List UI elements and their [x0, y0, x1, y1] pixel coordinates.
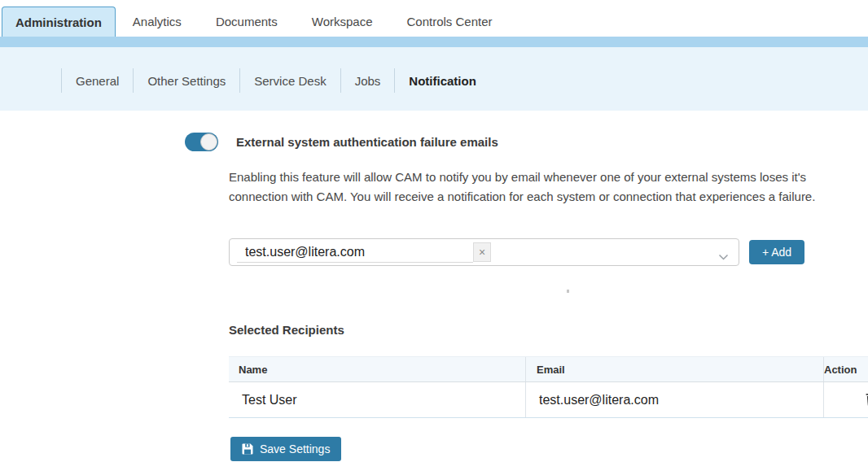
- primary-tabbar: Administration Analytics Documents Works…: [2, 7, 510, 37]
- secondary-navbar: General Other Settings Service Desk Jobs…: [0, 47, 868, 111]
- recipient-name-cell: Test User: [229, 382, 526, 418]
- table-header-row: Name Email Action: [229, 357, 868, 382]
- recipient-email-cell: test.user@litera.com: [526, 382, 824, 418]
- recipients-table: Name Email Action Test User test.user@li…: [229, 356, 868, 418]
- subnav-item-other-settings[interactable]: Other Settings: [134, 74, 239, 88]
- selected-recipients-title: Selected Recipients: [229, 323, 344, 337]
- recipient-chip-text: test.user@litera.com: [237, 242, 473, 263]
- column-header-email: Email: [526, 357, 824, 382]
- feature-description: Enabling this feature will allow CAM to …: [229, 168, 854, 207]
- secondary-nav-items: General Other Settings Service Desk Jobs…: [61, 68, 868, 93]
- subnav-item-service-desk[interactable]: Service Desk: [240, 74, 340, 88]
- column-header-action: Action: [824, 357, 868, 382]
- add-recipient-button[interactable]: + Add: [749, 240, 804, 264]
- table-row: Test User test.user@litera.com: [229, 382, 868, 418]
- save-icon: [242, 443, 253, 455]
- recipient-action-cell: [824, 382, 868, 418]
- recipient-select[interactable]: test.user@litera.com ×: [229, 238, 739, 266]
- recipient-chip: test.user@litera.com ×: [237, 242, 491, 263]
- trash-icon[interactable]: [864, 390, 868, 408]
- toggle-knob: [200, 133, 217, 150]
- feature-title: External system authentication failure e…: [236, 135, 498, 149]
- close-icon[interactable]: ×: [473, 242, 491, 262]
- subnav-item-notification[interactable]: Notification: [395, 74, 490, 88]
- subnav-item-jobs[interactable]: Jobs: [341, 74, 395, 88]
- tab-controls-center[interactable]: Controls Center: [390, 7, 510, 37]
- subnav-item-general[interactable]: General: [62, 74, 133, 88]
- tab-administration[interactable]: Administration: [2, 7, 116, 37]
- stray-mark: [567, 290, 569, 293]
- save-settings-button[interactable]: Save Settings: [230, 437, 341, 461]
- external-auth-toggle[interactable]: [185, 133, 218, 151]
- feature-toggle-row: External system authentication failure e…: [185, 133, 498, 151]
- column-header-name: Name: [229, 357, 526, 382]
- tab-documents[interactable]: Documents: [199, 7, 295, 37]
- save-settings-label: Save Settings: [260, 442, 330, 455]
- tab-analytics[interactable]: Analytics: [116, 7, 199, 37]
- chevron-down-icon[interactable]: [718, 250, 729, 264]
- tab-workspace[interactable]: Workspace: [295, 7, 390, 37]
- header-accent-band: [0, 37, 868, 47]
